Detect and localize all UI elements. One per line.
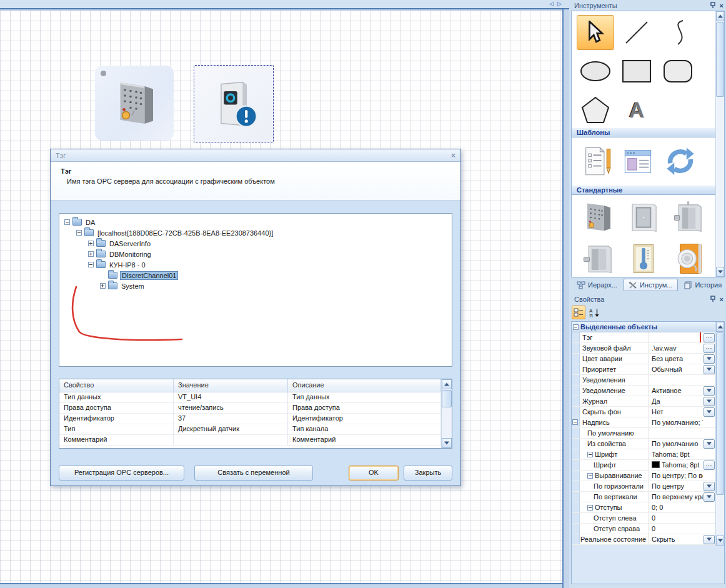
table-row[interactable]: Тип Дискретный датчик Тип канала	[59, 424, 441, 435]
tree-item-localhost[interactable]: [localhost{188D08EC-72CB-425B-8EA8-EE230…	[61, 227, 450, 238]
column-header-description[interactable]: Описание	[288, 379, 441, 392]
tree-item-discretchannel01[interactable]: DiscretChannel01	[61, 270, 450, 281]
expander-minus-icon[interactable]	[587, 452, 593, 457]
rectangle-tool[interactable]	[618, 54, 655, 89]
pentagon-tool[interactable]	[577, 92, 614, 127]
property-row-font[interactable]: Шрифт Tahoma; 8pt ...	[572, 460, 715, 471]
scroll-up-icon[interactable]	[716, 322, 724, 332]
selected-objects-group[interactable]: Выделенные объекты	[572, 322, 715, 332]
table-row[interactable]: Права доступа чтение/запись Права доступ…	[59, 403, 441, 414]
property-row-notifications[interactable]: Уведомления	[572, 375, 715, 386]
tree-item-system[interactable]: System	[61, 281, 450, 291]
property-value[interactable]: 0	[652, 525, 655, 532]
property-row-margins-group[interactable]: Отступы 0; 0	[572, 502, 715, 513]
property-row-real-state[interactable]: Реальное состояние Скрыть	[572, 534, 715, 545]
property-row-vertical-align[interactable]: По вертикали По верхнему кра	[572, 492, 715, 502]
pin-icon[interactable]	[710, 296, 716, 302]
refresh-template[interactable]	[663, 145, 698, 179]
expander-minus-icon[interactable]	[572, 419, 578, 425]
tools-scrollbar[interactable]	[715, 11, 724, 277]
dropdown-button[interactable]	[704, 397, 715, 406]
property-value[interactable]: 0	[652, 514, 655, 522]
canvas-object-alarm-device[interactable]	[194, 65, 274, 142]
standard-thermometer-item[interactable]	[624, 241, 663, 277]
canvas-object-control-panel[interactable]	[95, 66, 174, 141]
property-value[interactable]: По верхнему кра	[652, 493, 703, 501]
property-row-priority[interactable]: Приоритет Обычный	[572, 364, 715, 375]
property-value[interactable]: Да	[652, 397, 660, 405]
categorized-view-button[interactable]	[572, 306, 585, 319]
property-value[interactable]: Tahoma; 8pt	[662, 461, 700, 469]
ok-button[interactable]: OK	[349, 466, 399, 481]
tree-item-kun-ip8[interactable]: КУН-IP8 - 0	[61, 259, 450, 270]
templates-section-header[interactable]: Шаблоны	[572, 127, 715, 137]
table-scrollbar[interactable]	[441, 379, 452, 448]
column-header-value[interactable]: Значение	[174, 379, 288, 392]
tab-hierarchy[interactable]: Иерарх...	[572, 279, 622, 291]
dropdown-button[interactable]	[704, 407, 715, 417]
scroll-right-icon[interactable]: ▷	[557, 1, 562, 7]
property-row-label-group[interactable]: Надпись По умолчанию; Taho	[572, 417, 715, 428]
tab-tools[interactable]: Инструм...	[624, 279, 678, 291]
tab-history[interactable]: История	[679, 279, 726, 291]
property-row-from-property[interactable]: Из свойства По умолчанию	[572, 439, 715, 449]
standard-cabinet-right-item[interactable]	[669, 200, 708, 236]
line-tool[interactable]	[618, 15, 655, 50]
property-value[interactable]: Активное	[652, 387, 682, 394]
scroll-down-icon[interactable]	[442, 438, 452, 448]
property-value[interactable]: По умолчанию	[652, 440, 698, 447]
property-value[interactable]: Нет	[652, 408, 664, 416]
tree-item-dbmonitoring[interactable]: DBMonitoring	[61, 249, 450, 259]
rounded-rectangle-tool[interactable]	[659, 54, 697, 89]
property-row-alarm-color[interactable]: Цвет аварии Без цвета	[572, 354, 715, 364]
scroll-left-icon[interactable]: ◁	[549, 1, 554, 7]
ellipsis-button[interactable]: ...	[704, 344, 715, 353]
expander-minus-icon[interactable]	[88, 262, 94, 267]
property-value[interactable]: .\av.wav	[652, 344, 677, 352]
scrollbar-thumb[interactable]	[442, 390, 452, 407]
ellipse-tool[interactable]	[577, 54, 614, 89]
window-template[interactable]	[622, 145, 654, 179]
register-opc-servers-button[interactable]: Регистрация OPC серверов...	[59, 466, 184, 481]
properties-scrollbar[interactable]	[715, 322, 724, 546]
column-header-property[interactable]: Свойство	[59, 379, 174, 392]
expander-minus-icon[interactable]	[76, 230, 82, 236]
property-row-margin-left[interactable]: Отступ слева 0	[572, 513, 715, 524]
expander-minus-icon[interactable]	[587, 473, 593, 479]
property-row-sound-file[interactable]: Звуковой файл .\av.wav ...	[572, 343, 715, 354]
table-row[interactable]: Комментарий Комментарий	[59, 435, 441, 446]
property-row-notification[interactable]: Уведомление Активное	[572, 386, 715, 396]
scrollbar-thumb[interactable]	[716, 332, 724, 495]
property-value[interactable]: Скрыть	[652, 536, 675, 543]
dropdown-button[interactable]	[704, 535, 715, 544]
scrollbar-thumb[interactable]	[716, 22, 724, 97]
table-row[interactable]: Идентификатор 37 Идентификатор	[59, 414, 441, 424]
expander-plus-icon[interactable]	[88, 251, 94, 257]
dropdown-button[interactable]	[704, 354, 715, 364]
property-row-horizontal-align[interactable]: По горизонтали По центру	[572, 481, 715, 492]
standard-control-panel-item[interactable]	[579, 200, 618, 236]
pointer-tool[interactable]	[577, 15, 614, 50]
expander-minus-icon[interactable]	[64, 219, 70, 225]
property-value[interactable]: Обычный	[652, 366, 682, 373]
dropdown-button[interactable]	[704, 386, 715, 396]
tree-item-daserverinfo[interactable]: DAServerInfo	[61, 238, 450, 249]
property-value[interactable]: По центру	[652, 482, 684, 490]
property-row-alignment-group[interactable]: Выравнивание По центру; По верхн	[572, 471, 715, 481]
property-row-default[interactable]: По умолчанию	[572, 428, 715, 439]
dropdown-button[interactable]	[704, 492, 715, 502]
standard-smoke-detector-item[interactable]	[669, 241, 708, 277]
tools-pane-close-icon[interactable]: ×	[720, 2, 724, 9]
ellipsis-button[interactable]: ...	[704, 461, 715, 470]
dropdown-button[interactable]	[704, 439, 715, 449]
property-row-tag[interactable]: Тэг ...	[572, 332, 715, 343]
dropdown-button[interactable]	[704, 482, 715, 491]
tree-item-da[interactable]: DA	[61, 217, 450, 227]
property-value[interactable]: Без цвета	[652, 355, 683, 362]
dropdown-button[interactable]	[704, 365, 715, 374]
dialog-titlebar[interactable]: Тэг ×	[51, 149, 460, 162]
scroll-down-icon[interactable]	[716, 267, 724, 277]
dialog-close-icon[interactable]: ×	[451, 151, 455, 160]
pin-icon[interactable]	[710, 2, 716, 9]
expander-plus-icon[interactable]	[100, 283, 106, 289]
